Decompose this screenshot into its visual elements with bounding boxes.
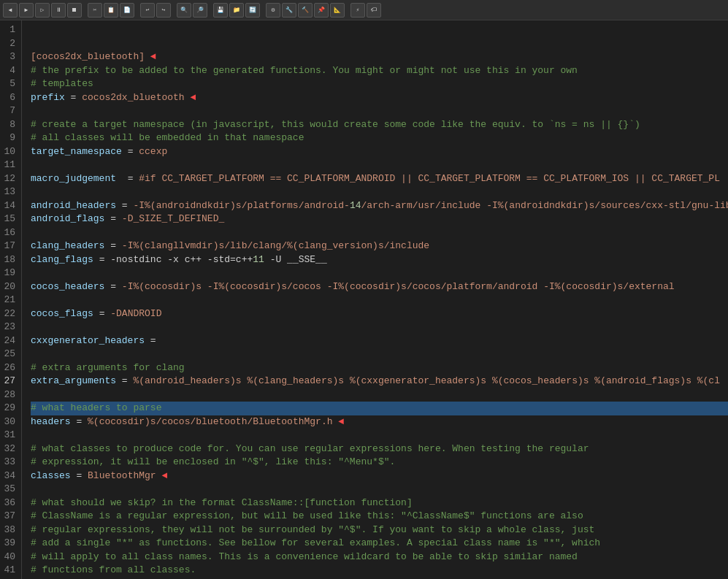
- toolbar-btn-6[interactable]: ✂: [88, 3, 102, 18]
- line-8: target_namespace = ccexp: [31, 145, 728, 159]
- toolbar-btn-3[interactable]: ▷: [35, 3, 50, 18]
- toolbar-btn-5[interactable]: ⏹: [67, 3, 82, 18]
- line-25: extra_arguments = %(android_headers)s %(…: [31, 375, 728, 388]
- line-2: # the prefix to be added to the generate…: [31, 64, 728, 78]
- line-36: # regular expressions, they will not be …: [31, 524, 728, 537]
- toolbar-btn-14[interactable]: 📁: [229, 3, 244, 18]
- toolbar-sep-1: [83, 3, 86, 18]
- toolbar-sep-6: [346, 3, 349, 18]
- toolbar-btn-15[interactable]: 🔄: [245, 3, 260, 18]
- toolbar-sep-4: [209, 3, 212, 18]
- line-12: android_headers = -I%(androidndkdir)s/pl…: [31, 199, 728, 213]
- line-28: headers = %(cocosdir)s/cocos/bluetooth/B…: [31, 415, 728, 429]
- line-numbers: 1234567891011121314151617181920212223242…: [0, 20, 22, 579]
- line-29: [31, 429, 728, 442]
- line-38: # will apply to all class names. This is…: [31, 551, 728, 564]
- line-11: [31, 185, 728, 199]
- toolbar-btn-22[interactable]: 🏷: [367, 3, 381, 18]
- toolbar-btn-12[interactable]: 🔎: [193, 3, 207, 18]
- line-3: # templates: [31, 77, 728, 91]
- line-26: [31, 388, 728, 402]
- toolbar-btn-19[interactable]: 📌: [314, 3, 329, 18]
- line-14: [31, 226, 728, 240]
- toolbar-btn-8[interactable]: 📄: [120, 3, 134, 18]
- toolbar-btn-16[interactable]: ⚙: [266, 3, 280, 18]
- toolbar-btn-7[interactable]: 📋: [104, 3, 118, 18]
- line-5: [31, 104, 728, 118]
- line-16: clang_flags = -nostdinc -x c++ -std=c++1…: [31, 253, 728, 267]
- line-21: [31, 321, 728, 334]
- line-20: cocos_flags = -DANDROID: [31, 307, 728, 321]
- line-33: [31, 483, 728, 496]
- toolbar-btn-20[interactable]: 📐: [330, 3, 345, 18]
- toolbar-btn-2[interactable]: ▶: [19, 3, 34, 18]
- line-15: clang_headers = -I%(clangllvmdir)s/lib/c…: [31, 239, 728, 253]
- line-23: [31, 348, 728, 361]
- code-area: 1234567891011121314151617181920212223242…: [0, 20, 728, 579]
- line-32: classes = BluetoothMgr ◄: [31, 469, 728, 483]
- toolbar-btn-18[interactable]: 🔨: [298, 3, 313, 18]
- toolbar-btn-4[interactable]: ⏸: [51, 3, 66, 18]
- line-17: [31, 267, 728, 280]
- toolbar-btn-11[interactable]: 🔍: [177, 3, 191, 18]
- line-18: cocos_headers = -I%(cocosdir)s -I%(cocos…: [31, 280, 728, 294]
- line-30: # what classes to produce code for. You …: [31, 442, 728, 456]
- toolbar-btn-10[interactable]: ↪: [156, 3, 171, 18]
- toolbar-btn-17[interactable]: 🔧: [282, 3, 296, 18]
- toolbar-sep-2: [136, 3, 139, 18]
- toolbar-btn-9[interactable]: ↩: [140, 3, 155, 18]
- toolbar-btn-21[interactable]: ⚡: [350, 3, 365, 18]
- toolbar-sep-5: [261, 3, 264, 18]
- line-10: macro_judgement = #if CC_TARGET_PLATFORM…: [31, 172, 728, 186]
- line-19: [31, 294, 728, 307]
- toolbar-sep-3: [172, 3, 175, 18]
- line-4: prefix = cocos2dx_bluetooth ◄: [31, 91, 728, 105]
- toolbar-btn-1[interactable]: ◀: [3, 3, 18, 18]
- line-9: [31, 158, 728, 172]
- toolbar-btn-13[interactable]: 💾: [213, 3, 228, 18]
- line-24: # extra arguments for clang: [31, 361, 728, 375]
- line-35: # ClassName is a regular expression, but…: [31, 510, 728, 524]
- line-34: # what should we skip? in the format Cla…: [31, 496, 728, 510]
- line-6: # create a target namespace (in javascri…: [31, 118, 728, 132]
- line-7: # all classes will be embedded in that n…: [31, 131, 728, 145]
- code-content[interactable]: [cocos2dx_bluetooth] ◄# the prefix to be…: [22, 20, 728, 579]
- line-39: # functions from all classes.: [31, 564, 728, 578]
- line-1: [cocos2dx_bluetooth] ◄: [31, 50, 728, 64]
- line-27: # what headers to parse: [31, 402, 728, 415]
- line-22: cxxgenerator_headers =: [31, 334, 728, 348]
- line-37: # add a single "*" as functions. See bel…: [31, 537, 728, 551]
- toolbar: ◀ ▶ ▷ ⏸ ⏹ ✂ 📋 📄 ↩ ↪ 🔍 🔎 💾 📁 🔄 ⚙ 🔧 🔨 📌 📐 …: [0, 0, 728, 20]
- line-13: android_flags = -D_SIZE_T_DEFINED_: [31, 212, 728, 226]
- line-31: # expression, it will be enclosed in "^$…: [31, 456, 728, 469]
